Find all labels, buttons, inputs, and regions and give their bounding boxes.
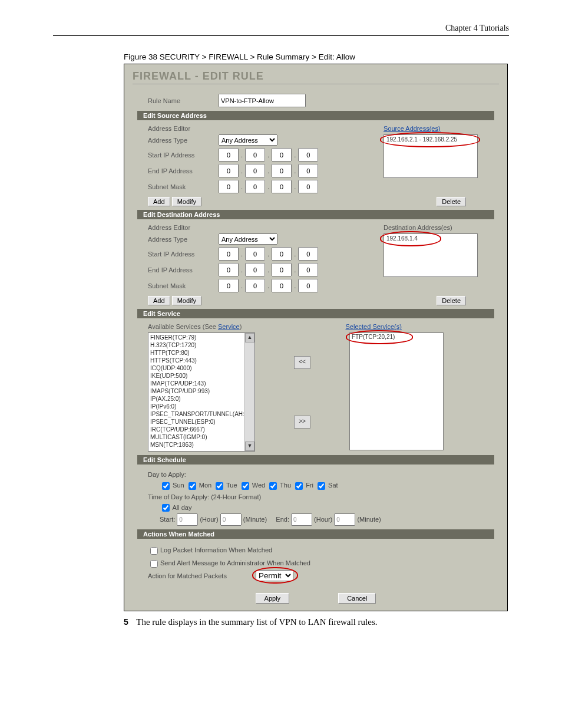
end-minute-input[interactable] bbox=[334, 513, 355, 526]
day-checkbox[interactable] bbox=[318, 482, 325, 490]
days-row: Sun Mon Tue Wed Thu Fri Sat bbox=[160, 480, 484, 492]
available-service-item[interactable]: IMAPS(TCP/UDP:993) bbox=[150, 387, 253, 395]
ip-octet[interactable] bbox=[272, 263, 292, 276]
selected-services-list[interactable]: FTP(TCP:20,21) bbox=[349, 332, 444, 450]
ip-octet[interactable] bbox=[298, 247, 318, 261]
end-hour-input[interactable] bbox=[291, 513, 312, 526]
alert-checkbox[interactable] bbox=[150, 560, 158, 568]
ip-octet[interactable] bbox=[272, 164, 292, 177]
available-service-item[interactable]: IRC(TCP/UDP:6667) bbox=[150, 426, 253, 433]
ip-octet[interactable] bbox=[298, 180, 318, 193]
rule-name-input[interactable] bbox=[219, 94, 306, 107]
selected-services-label: Selected Service(s) bbox=[346, 323, 402, 330]
day-label: Mon bbox=[197, 482, 214, 489]
move-left-button[interactable]: << bbox=[294, 356, 310, 369]
all-day-label: All day bbox=[172, 504, 191, 511]
section-edit-dest: Edit Destination Address bbox=[137, 210, 494, 219]
day-checkbox[interactable] bbox=[242, 482, 249, 490]
log-label: Log Packet Information When Matched bbox=[160, 546, 272, 554]
available-service-item[interactable]: IKE(UDP:500) bbox=[150, 372, 253, 380]
avail-services-label: Available Services (See bbox=[148, 323, 218, 330]
action-label: Action for Matched Packets bbox=[148, 569, 254, 582]
available-service-item[interactable]: IPSEC_TRANSPORT/TUNNEL(AH:0) bbox=[150, 410, 253, 418]
dst-mask-ip: . . . bbox=[219, 279, 318, 292]
src-mask-label: Subnet Mask bbox=[148, 183, 219, 190]
ip-octet[interactable] bbox=[272, 180, 292, 193]
day-checkbox[interactable] bbox=[189, 482, 196, 490]
dst-type-select[interactable]: Any Address bbox=[219, 233, 277, 245]
available-service-item[interactable]: FINGER(TCP:79) bbox=[150, 334, 253, 341]
start-hour-input[interactable] bbox=[177, 513, 198, 526]
ip-octet[interactable] bbox=[245, 164, 265, 177]
all-day-checkbox[interactable] bbox=[162, 504, 170, 512]
ip-octet[interactable] bbox=[219, 247, 239, 261]
ip-octet[interactable] bbox=[245, 180, 265, 193]
src-type-select[interactable]: Any Address bbox=[219, 134, 277, 146]
source-address-list[interactable]: 192.168.2.1 - 192.168.2.25 bbox=[384, 134, 478, 178]
available-service-item[interactable]: MSN(TCP:1863) bbox=[150, 441, 253, 449]
available-service-item[interactable]: IPSEC_TUNNEL(ESP:0) bbox=[150, 418, 253, 426]
ip-octet[interactable] bbox=[219, 180, 239, 193]
available-service-item[interactable]: IMAP(TCP/UDP:143) bbox=[150, 380, 253, 387]
ip-octet[interactable] bbox=[272, 279, 292, 292]
ip-octet[interactable] bbox=[298, 279, 318, 292]
available-service-item[interactable]: HTTPS(TCP:443) bbox=[150, 357, 253, 364]
ip-octet[interactable] bbox=[219, 164, 239, 177]
dst-add-button[interactable]: Add bbox=[148, 296, 170, 305]
available-service-item[interactable]: MULTICAST(IGMP:0) bbox=[150, 433, 253, 441]
available-service-item[interactable]: ICQ(UDP:4000) bbox=[150, 364, 253, 372]
src-editor-label: Address Editor bbox=[148, 125, 219, 132]
ip-octet[interactable] bbox=[245, 148, 265, 162]
dst-start-ip: . . . bbox=[219, 247, 318, 261]
cancel-button[interactable]: Cancel bbox=[338, 593, 376, 604]
log-checkbox[interactable] bbox=[150, 547, 158, 555]
ip-octet[interactable] bbox=[298, 148, 318, 162]
available-service-item[interactable]: HTTP(TCP:80) bbox=[150, 349, 253, 357]
step-number: 5 bbox=[124, 617, 128, 627]
day-to-apply-label: Day to Apply: bbox=[148, 469, 484, 480]
dst-modify-button[interactable]: Modify bbox=[172, 296, 201, 305]
ip-octet[interactable] bbox=[272, 247, 292, 261]
scroll-down-icon[interactable]: ▼ bbox=[245, 442, 254, 451]
dest-address-item: 192.168.1.4 bbox=[386, 235, 418, 242]
src-type-label: Address Type bbox=[148, 137, 219, 144]
figure-caption: Figure 38 SECURITY > FIREWALL > Rule Sum… bbox=[124, 52, 509, 61]
action-select[interactable]: Permit bbox=[256, 570, 293, 581]
dst-editor-label: Address Editor bbox=[148, 224, 219, 231]
start-minute-input[interactable] bbox=[220, 513, 242, 526]
dest-addresses-heading: Destination Address(es) bbox=[384, 224, 490, 231]
ip-octet[interactable] bbox=[245, 263, 265, 276]
ip-octet[interactable] bbox=[219, 148, 239, 162]
ip-octet[interactable] bbox=[272, 148, 292, 162]
day-checkbox[interactable] bbox=[269, 482, 277, 490]
ip-octet[interactable] bbox=[245, 279, 265, 292]
ip-octet[interactable] bbox=[245, 247, 265, 261]
ip-octet[interactable] bbox=[298, 263, 318, 276]
available-service-item[interactable]: H.323(TCP:1720) bbox=[150, 341, 253, 349]
day-checkbox[interactable] bbox=[162, 482, 170, 490]
src-mask-ip: . . . bbox=[219, 180, 318, 193]
src-delete-button[interactable]: Delete bbox=[437, 197, 466, 206]
day-checkbox[interactable] bbox=[216, 482, 223, 490]
src-end-label: End IP Address bbox=[148, 167, 219, 174]
service-link[interactable]: Service bbox=[218, 323, 240, 330]
available-services-list[interactable]: FINGER(TCP:79)H.323(TCP:1720)HTTP(TCP:80… bbox=[148, 332, 255, 452]
ip-octet[interactable] bbox=[298, 164, 318, 177]
dst-delete-button[interactable]: Delete bbox=[437, 296, 466, 305]
scroll-up-icon[interactable]: ▲ bbox=[245, 333, 254, 342]
end-label: End: bbox=[276, 516, 289, 523]
move-right-button[interactable]: >> bbox=[294, 416, 310, 429]
apply-button[interactable]: Apply bbox=[256, 593, 290, 604]
dst-end-ip: . . . bbox=[219, 263, 318, 276]
src-start-label: Start IP Address bbox=[148, 151, 219, 159]
dest-address-list[interactable]: 192.168.1.4 bbox=[384, 233, 478, 277]
day-checkbox[interactable] bbox=[295, 482, 303, 490]
src-add-button[interactable]: Add bbox=[148, 197, 170, 206]
section-edit-source: Edit Source Address bbox=[137, 111, 494, 120]
src-modify-button[interactable]: Modify bbox=[172, 197, 201, 206]
ip-octet[interactable] bbox=[219, 263, 239, 276]
scrollbar[interactable]: ▲ ▼ bbox=[244, 333, 254, 451]
available-service-item[interactable]: IP(IPv6:0) bbox=[150, 403, 253, 410]
ip-octet[interactable] bbox=[219, 279, 239, 292]
available-service-item[interactable]: IP(AX.25:0) bbox=[150, 395, 253, 403]
